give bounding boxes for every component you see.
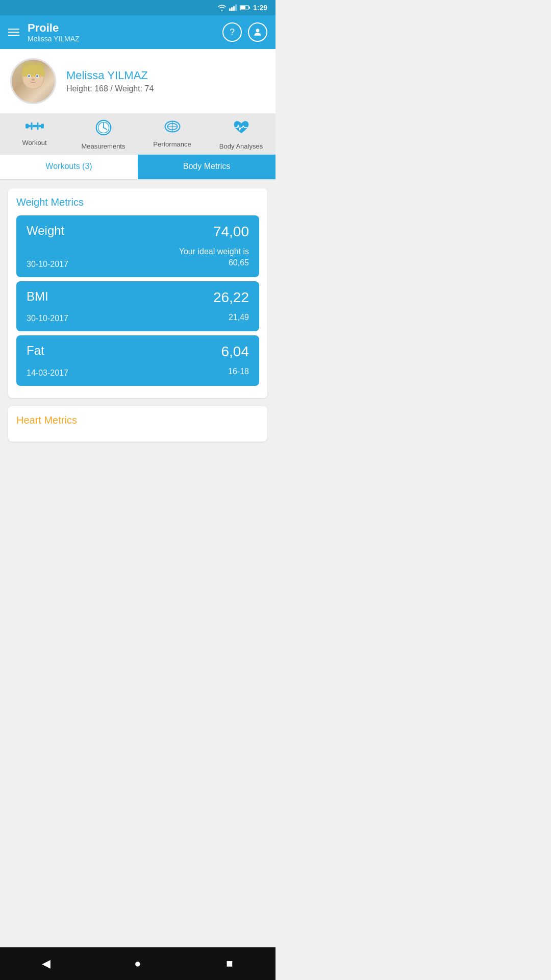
- workout-icon: [26, 119, 44, 136]
- svg-rect-2: [231, 7, 233, 11]
- svg-rect-20: [32, 125, 37, 128]
- bmi-metric-top: BMI 26,22: [27, 289, 249, 306]
- tab-body-analyses[interactable]: Body Analyses: [207, 119, 276, 150]
- profile-name: Melissa YILMAZ: [66, 69, 154, 82]
- header-title-block: Proile Melissa YILMAZ: [28, 21, 214, 43]
- weight-metric-value: 74,00: [213, 224, 249, 240]
- sub-tabs: Workouts (3) Body Metrics: [0, 155, 276, 180]
- bmi-metric-value: 26,22: [213, 289, 249, 306]
- fat-metric-top: Fat 6,04: [27, 344, 249, 360]
- status-bar: 1:29: [0, 0, 276, 15]
- header-actions: ?: [222, 22, 267, 42]
- face-illustration: [18, 62, 48, 101]
- profile-info: Melissa YILMAZ Height: 168 / Weight: 74: [66, 69, 154, 93]
- svg-rect-18: [29, 125, 31, 128]
- wifi-icon: [217, 4, 227, 11]
- workout-label: Workout: [22, 139, 46, 146]
- bmi-metric[interactable]: BMI 26,22 30-10-2017 21,49: [16, 281, 259, 331]
- heart-pulse-icon: [233, 119, 249, 136]
- weight-metrics-card: Weight Metrics Weight 74,00 30-10-2017 Y…: [8, 188, 267, 398]
- user-icon: [253, 27, 263, 37]
- weight-metrics-title: Weight Metrics: [16, 197, 259, 208]
- weight-metric-name: Weight: [27, 224, 64, 238]
- svg-rect-17: [26, 124, 29, 129]
- svg-rect-7: [240, 6, 245, 9]
- app-header: Proile Melissa YILMAZ ?: [0, 15, 276, 49]
- tab-performance[interactable]: Performance: [138, 119, 207, 150]
- svg-point-16: [32, 79, 35, 81]
- status-icons: [217, 4, 250, 11]
- dumbbell-icon: [26, 120, 44, 132]
- battery-icon: [240, 4, 250, 11]
- weight-metric-top: Weight 74,00: [27, 224, 249, 240]
- profile-section: Melissa YILMAZ Height: 168 / Weight: 74: [0, 49, 276, 113]
- avatar: [10, 58, 56, 104]
- fat-metric-value: 6,04: [221, 344, 249, 360]
- svg-point-0: [221, 11, 222, 11]
- weight-metric-note: Your ideal weight is60,65: [179, 246, 249, 269]
- tab-workout[interactable]: Workout: [0, 119, 69, 150]
- fat-metric-date: 14-03-2017: [27, 369, 68, 378]
- svg-rect-6: [249, 7, 250, 9]
- svg-point-15: [36, 75, 38, 77]
- sub-tab-workouts[interactable]: Workouts (3): [0, 155, 138, 179]
- bmi-metric-name: BMI: [27, 289, 48, 304]
- heart-metrics-card: Heart Metrics: [8, 406, 267, 442]
- weight-metric-bottom: 30-10-2017 Your ideal weight is60,65: [27, 246, 249, 269]
- measurements-label: Measurements: [82, 142, 126, 150]
- svg-rect-23: [41, 124, 44, 129]
- bmi-metric-note: 21,49: [229, 312, 249, 323]
- nav-tabs: Workout Measurements Performance: [0, 113, 276, 155]
- bmi-metric-date: 30-10-2017: [27, 314, 68, 323]
- svg-rect-19: [31, 122, 32, 130]
- profile-button[interactable]: [248, 22, 267, 42]
- sub-tab-body-metrics[interactable]: Body Metrics: [138, 155, 276, 179]
- heart-metrics-title: Heart Metrics: [16, 414, 259, 426]
- fat-metric-name: Fat: [27, 344, 44, 358]
- menu-button[interactable]: [8, 29, 19, 36]
- body-analyses-label: Body Analyses: [219, 142, 263, 150]
- svg-point-8: [256, 29, 260, 32]
- help-button[interactable]: ?: [222, 22, 242, 42]
- weight-metric-date: 30-10-2017: [27, 260, 68, 269]
- fat-metric-bottom: 14-03-2017 16-18: [27, 366, 249, 377]
- main-content: Weight Metrics Weight 74,00 30-10-2017 Y…: [0, 180, 276, 450]
- svg-rect-1: [229, 9, 231, 11]
- status-time: 1:29: [253, 4, 267, 12]
- signal-icon: [229, 4, 237, 11]
- clock-icon: [95, 119, 112, 136]
- bmi-metric-bottom: 30-10-2017 21,49: [27, 312, 249, 323]
- profile-stats: Height: 168 / Weight: 74: [66, 84, 154, 93]
- avatar-image: [12, 58, 55, 104]
- tab-measurements[interactable]: Measurements: [69, 119, 138, 150]
- svg-rect-22: [38, 125, 41, 128]
- performance-label: Performance: [153, 140, 191, 148]
- performance-icon: [164, 119, 181, 137]
- svg-rect-4: [235, 5, 237, 11]
- measurements-icon: [95, 119, 112, 139]
- fat-metric[interactable]: Fat 6,04 14-03-2017 16-18: [16, 335, 259, 385]
- app-title: Proile: [28, 21, 214, 35]
- tape-icon: [164, 119, 181, 134]
- body-analyses-icon: [233, 119, 249, 139]
- svg-rect-3: [233, 6, 235, 11]
- weight-metric[interactable]: Weight 74,00 30-10-2017 Your ideal weigh…: [16, 215, 259, 277]
- help-icon: ?: [230, 27, 235, 38]
- svg-point-29: [103, 127, 104, 129]
- fat-metric-note: 16-18: [228, 366, 249, 377]
- header-subtitle: Melissa YILMAZ: [28, 35, 214, 43]
- svg-point-14: [28, 75, 30, 77]
- svg-rect-21: [37, 122, 38, 130]
